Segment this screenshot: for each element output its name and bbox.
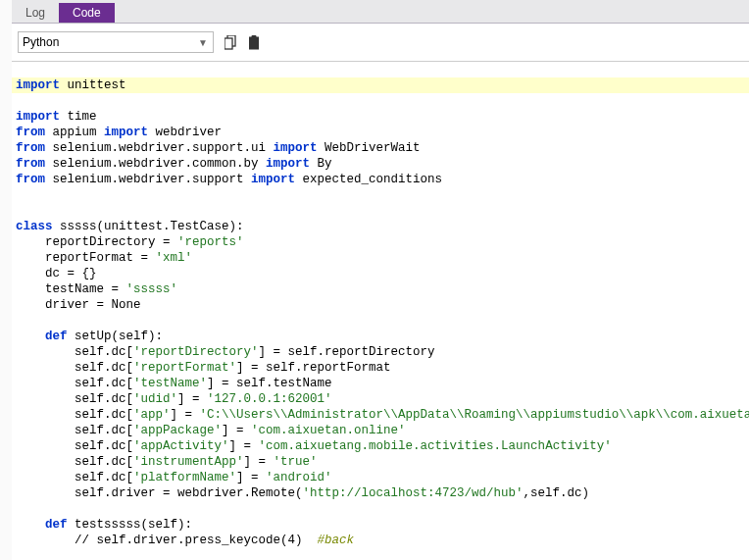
code-line — [12, 502, 27, 516]
svg-rect-1 — [225, 38, 232, 49]
code-line: self.dc['reportFormat'] = self.reportFor… — [12, 361, 395, 375]
code-line: def setUp(self): — [12, 330, 167, 343]
code-line: driver = None — [12, 298, 145, 312]
code-line: import unittest — [12, 77, 749, 93]
code-line: dc = {} — [12, 267, 101, 280]
code-toolbar: Python ▼ — [12, 24, 749, 62]
code-line: self.dc['appActivity'] = 'com.aixuetang.… — [12, 439, 616, 453]
code-editor[interactable]: import unittest import time from appium … — [12, 62, 749, 560]
svg-rect-2 — [249, 36, 259, 49]
clipboard-icon[interactable] — [247, 34, 261, 50]
code-line: class sssss(unittest.TestCase): — [12, 220, 248, 233]
code-line: import time — [12, 110, 101, 124]
code-line: testName = 'sssss' — [12, 282, 181, 296]
code-line — [12, 204, 27, 218]
svg-rect-3 — [252, 35, 257, 38]
code-line — [12, 314, 27, 328]
code-line: from selenium.webdriver.support.ui impor… — [12, 141, 424, 155]
code-line: self.dc['udid'] = '127.0.0.1:62001' — [12, 392, 336, 406]
code-line: from appium import webdriver — [12, 126, 225, 139]
code-line: self.dc['app'] = 'C:\\Users\\Administrat… — [12, 408, 749, 422]
code-line: self.dc['reportDirectory'] = self.report… — [12, 345, 439, 359]
copy-icon[interactable] — [224, 34, 237, 50]
code-line: self.dc['appPackage'] = 'com.aixuetan.on… — [12, 424, 410, 437]
code-line: // self.driver.press_keycode(4) #back — [12, 534, 358, 547]
language-select-wrapper: Python ▼ — [18, 31, 214, 53]
code-line: self.dc['testName'] = self.testName — [12, 377, 336, 390]
code-line — [12, 188, 27, 202]
code-line: self.dc['instrumentApp'] = 'true' — [12, 455, 322, 469]
tab-bar: Log Code — [12, 0, 749, 24]
tab-code[interactable]: Code — [59, 3, 115, 23]
code-line: self.driver = webdriver.Remote('http://l… — [12, 486, 593, 500]
tab-log[interactable]: Log — [12, 3, 59, 23]
language-select[interactable]: Python — [18, 31, 214, 53]
code-line: from selenium.webdriver.common.by import… — [12, 157, 336, 171]
code-line: self.dc['platformName'] = 'android' — [12, 471, 336, 484]
code-line: reportDirectory = 'reports' — [12, 235, 248, 249]
code-line: from selenium.webdriver.support import e… — [12, 173, 446, 186]
code-line: def testsssss(self): — [12, 518, 196, 532]
code-line: reportFormat = 'xml' — [12, 251, 196, 265]
